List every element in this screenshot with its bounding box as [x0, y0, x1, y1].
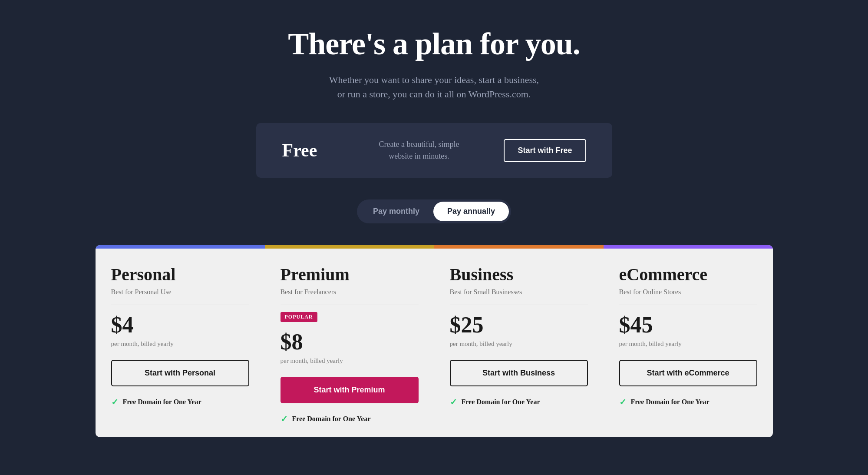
- plan-body-ecommerce: eCommerce Best for Online Stores $45 per…: [604, 249, 773, 420]
- hero-subtitle-line2: or run a store, you can do it all on Wor…: [337, 89, 531, 100]
- plan-cta-business[interactable]: Start with Business: [450, 360, 588, 386]
- plan-cta-ecommerce[interactable]: Start with eCommerce: [619, 360, 757, 386]
- plan-tagline-business: Best for Small Businesses: [450, 288, 588, 296]
- pay-monthly-button[interactable]: Pay monthly: [359, 202, 433, 221]
- plan-accent-personal: [96, 245, 265, 249]
- free-plan-name: Free: [282, 140, 334, 161]
- plan-divider-premium: [281, 305, 419, 305]
- plan-accent-business: [434, 245, 604, 249]
- plan-accent-ecommerce: [604, 245, 773, 249]
- hero-subtitle-line1: Whether you want to share your ideas, st…: [329, 74, 539, 85]
- plan-tagline-ecommerce: Best for Online Stores: [619, 288, 757, 296]
- plan-price-ecommerce: $45: [619, 312, 757, 338]
- plan-tagline-premium: Best for Freelancers: [281, 288, 419, 296]
- plan-billing-ecommerce: per month, billed yearly: [619, 340, 757, 348]
- plan-name-personal: Personal: [111, 264, 249, 285]
- free-plan-banner: Free Create a beautiful, simplewebsite i…: [256, 123, 612, 178]
- plan-feature-ecommerce: ✓ Free Domain for One Year: [619, 397, 757, 407]
- plan-cta-premium[interactable]: Start with Premium: [281, 377, 419, 403]
- billing-toggle: Pay monthly Pay annually: [357, 199, 511, 223]
- plan-card-ecommerce: eCommerce Best for Online Stores $45 per…: [604, 245, 773, 437]
- plan-divider-business: [450, 305, 588, 305]
- check-icon-premium: ✓: [281, 414, 288, 424]
- plan-feature-label-personal: Free Domain for One Year: [123, 398, 201, 406]
- plan-cta-personal[interactable]: Start with Personal: [111, 360, 249, 386]
- plans-grid: Personal Best for Personal Use $4 per mo…: [96, 245, 773, 437]
- plan-accent-premium: [265, 245, 434, 249]
- plan-body-business: Business Best for Small Businesses $25 p…: [434, 249, 604, 420]
- plan-price-personal: $4: [111, 312, 249, 338]
- hero-subtitle: Whether you want to share your ideas, st…: [329, 73, 539, 101]
- free-plan-cta-button[interactable]: Start with Free: [504, 139, 586, 162]
- plan-feature-premium: ✓ Free Domain for One Year: [281, 414, 419, 424]
- plan-billing-business: per month, billed yearly: [450, 340, 588, 348]
- free-plan-description: Create a beautiful, simplewebsite in min…: [334, 139, 504, 162]
- plan-card-business: Business Best for Small Businesses $25 p…: [434, 245, 604, 437]
- page-wrapper: There's a plan for you. Whether you want…: [0, 0, 868, 455]
- plan-body-personal: Personal Best for Personal Use $4 per mo…: [96, 249, 265, 420]
- plan-feature-personal: ✓ Free Domain for One Year: [111, 397, 249, 407]
- check-icon-ecommerce: ✓: [619, 397, 627, 407]
- plan-name-premium: Premium: [281, 264, 419, 285]
- check-icon-business: ✓: [450, 397, 457, 407]
- plan-name-ecommerce: eCommerce: [619, 264, 757, 285]
- plan-billing-premium: per month, billed yearly: [281, 357, 419, 365]
- plan-card-personal: Personal Best for Personal Use $4 per mo…: [96, 245, 265, 437]
- plan-feature-label-business: Free Domain for One Year: [462, 398, 540, 406]
- check-icon-personal: ✓: [111, 397, 119, 407]
- plan-body-premium: Premium Best for Freelancers POPULAR $8 …: [265, 249, 434, 437]
- plan-feature-label-premium: Free Domain for One Year: [292, 415, 371, 423]
- plan-divider-personal: [111, 305, 249, 305]
- plan-billing-personal: per month, billed yearly: [111, 340, 249, 348]
- plan-price-business: $25: [450, 312, 588, 338]
- pay-annually-button[interactable]: Pay annually: [433, 202, 509, 221]
- hero-title: There's a plan for you.: [288, 26, 580, 62]
- plan-feature-label-ecommerce: Free Domain for One Year: [631, 398, 710, 406]
- plan-price-premium: $8: [281, 329, 419, 355]
- popular-badge: POPULAR: [281, 312, 317, 322]
- plan-name-business: Business: [450, 264, 588, 285]
- plan-card-premium: Premium Best for Freelancers POPULAR $8 …: [265, 245, 434, 437]
- plan-tagline-personal: Best for Personal Use: [111, 288, 249, 296]
- plan-feature-business: ✓ Free Domain for One Year: [450, 397, 588, 407]
- plan-divider-ecommerce: [619, 305, 757, 305]
